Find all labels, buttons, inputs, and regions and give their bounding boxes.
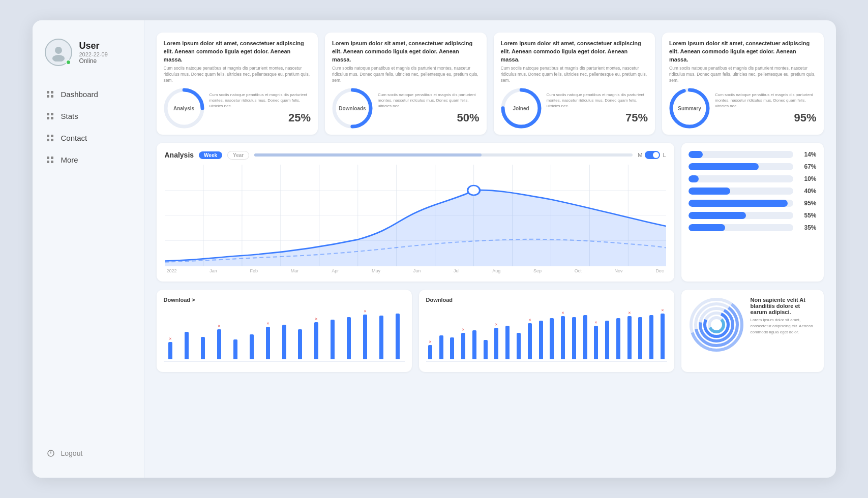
bar-col: [605, 321, 609, 359]
bar-x-mark: ✕: [462, 328, 465, 332]
progress-bars-card: 14% 67% 10% 40% 95% 55% 35%: [681, 143, 824, 282]
user-date: 2022-22-09: [79, 51, 108, 57]
bar-group: [647, 309, 656, 359]
tab-year[interactable]: Year: [227, 151, 249, 160]
svg-point-27: [467, 185, 480, 195]
sidebar-item-stats[interactable]: Stats: [39, 106, 138, 126]
svg-point-0: [55, 47, 62, 54]
bar-group: [228, 333, 242, 359]
grid-icon-4: [47, 157, 54, 164]
bar-x-mark: ✕: [628, 311, 631, 315]
card-text-1: Lorem ipsum dolor sit amet, consectetuer…: [332, 40, 480, 84]
bar-x-mark: ✕: [364, 309, 367, 314]
bar-group: ✕: [592, 321, 601, 359]
x-label: Aug: [492, 268, 500, 273]
line-chart-svg: [165, 165, 666, 266]
bar-group: [196, 331, 209, 359]
x-label: Nov: [615, 268, 623, 273]
bar-col: [583, 315, 587, 359]
bar-group: [503, 320, 512, 359]
toggle-switch[interactable]: [645, 151, 660, 159]
card-text-2: Lorem ipsum dolor sit amet, consectetuer…: [501, 40, 648, 84]
bar-x-mark: ✕: [561, 311, 564, 315]
bar-col: [250, 334, 254, 359]
bar-col: [298, 329, 302, 359]
progress-pct-4: 95%: [797, 200, 817, 207]
chart-slider[interactable]: [254, 153, 633, 157]
sidebar-item-more[interactable]: More: [39, 150, 138, 170]
user-section: User 2022-22-09 Online: [33, 39, 144, 84]
bar-group: [375, 309, 388, 359]
x-label: May: [372, 268, 380, 273]
bar-group: [515, 327, 523, 359]
bar-col: [461, 333, 465, 359]
tab-week[interactable]: Week: [199, 151, 222, 159]
bar-group: ✕: [310, 317, 323, 359]
bar-col: [517, 333, 521, 359]
bar-chart-card-1: Download > ✕ ✕ ✕: [157, 290, 412, 372]
bar-col: [661, 314, 665, 359]
logout-icon: [47, 449, 55, 457]
donut-label-0: Analysis: [173, 105, 194, 111]
line-chart-area: [165, 165, 666, 266]
bar-chart-title-2: Download: [426, 297, 667, 303]
progress-bar-wrap-0: [689, 151, 793, 158]
logout-button[interactable]: Logout: [33, 441, 144, 465]
card-right-text-3: Cum sociis natoque penatibus et magnis d…: [715, 92, 817, 109]
card-text-3: Lorem ipsum dolor sit amet, consectetuer…: [669, 40, 817, 84]
progress-bar-fill-4: [689, 200, 788, 207]
bar-col: [168, 342, 172, 359]
x-label: Jan: [209, 268, 217, 273]
bar-group: [179, 326, 193, 359]
x-label: Jul: [454, 268, 460, 273]
online-indicator: [66, 59, 71, 65]
bar-col: [266, 327, 270, 359]
progress-pct-0: 14%: [797, 151, 817, 158]
bar-col: [282, 325, 286, 359]
sidebar-item-dashboard[interactable]: Dashboard: [39, 84, 138, 104]
bar-col: [201, 337, 205, 359]
logout-label: Logout: [61, 449, 83, 457]
bar-col: [505, 326, 510, 359]
progress-bar-wrap-5: [689, 212, 793, 219]
bar-group: ✕: [559, 311, 567, 359]
bar-group: [614, 312, 623, 359]
bar-chart-area-2: ✕ ✕ ✕ ✕: [426, 306, 667, 362]
bar-col: [331, 320, 335, 359]
sidebar-item-contact[interactable]: Contact: [39, 128, 138, 148]
grid-icon-3: [47, 135, 54, 142]
bar-col: [314, 322, 318, 359]
analysis-chart-card: Analysis Week Year M L: [157, 143, 674, 282]
card-right-text-2: Cum sociis natoque penatibus et magnis d…: [547, 92, 648, 109]
toggle-ml: M L: [638, 151, 666, 159]
progress-bar-wrap-2: [689, 175, 793, 182]
bar-group: ✕: [625, 311, 634, 359]
card-right-text-1: Cum sociis natoque penatibus et magnis d…: [378, 92, 480, 109]
bar-chart-title-1: Download >: [164, 297, 405, 303]
bar-col: [528, 323, 532, 359]
x-label: Jun: [413, 268, 421, 273]
card-percent-3: 95%: [715, 111, 817, 124]
bar-x-mark: ✕: [315, 317, 318, 321]
progress-bar-wrap-6: [689, 224, 793, 231]
bar-col: [428, 345, 432, 359]
donut-info-card: Non sapiente velit At blanditiis dolore …: [681, 290, 824, 372]
bar-col: [185, 332, 189, 359]
bar-x-mark: ✕: [218, 324, 221, 328]
bar-col: [472, 330, 476, 359]
bar-group: [245, 328, 258, 359]
bar-x-mark: ✕: [661, 308, 664, 313]
donut-1: Downloads: [332, 88, 373, 129]
bar-group: [277, 319, 291, 359]
bar-group: [548, 312, 556, 359]
bar-col: [494, 328, 498, 359]
bar-group: [581, 309, 589, 359]
progress-bar-fill-6: [689, 224, 725, 231]
bar-group: [536, 315, 545, 359]
bar-group: [391, 307, 405, 359]
grid-icon-2: [47, 113, 54, 120]
bar-col: [572, 317, 576, 359]
user-status: Online: [79, 57, 108, 65]
bar-chart-card-2: Download ✕ ✕ ✕ ✕: [419, 290, 674, 372]
x-label: 2022: [167, 268, 177, 273]
